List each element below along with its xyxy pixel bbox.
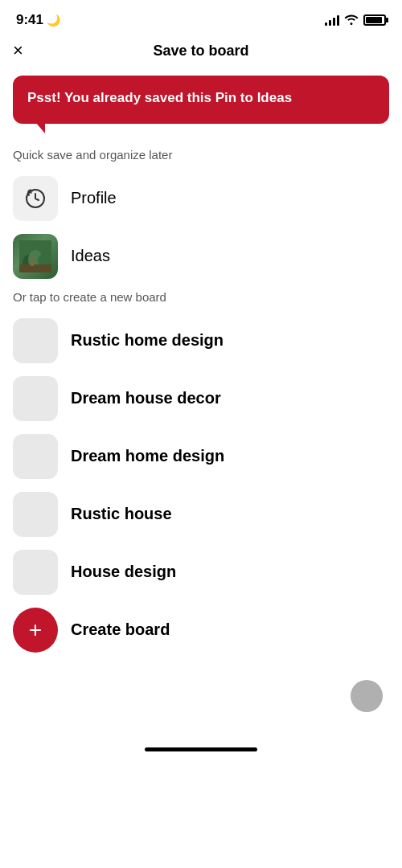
board-item-ideas[interactable]: Ideas <box>0 227 402 285</box>
board-label-4: House design <box>71 563 176 581</box>
ideas-thumb <box>13 234 58 279</box>
nav-bar: × Save to board <box>0 35 402 66</box>
scroll-indicator <box>0 667 402 725</box>
page-title: Save to board <box>153 43 248 59</box>
board-list-item-2[interactable]: Dream home design <box>0 428 402 485</box>
board-item-profile[interactable]: Profile <box>0 170 402 227</box>
board-list-item-1[interactable]: Dream house decor <box>0 370 402 428</box>
ideas-thumb-bg <box>13 234 58 279</box>
quick-save-label: Quick save and organize later <box>0 133 402 170</box>
board-thumb-1 <box>13 376 58 421</box>
banner-text: Psst! You already saved this Pin to Idea… <box>27 90 292 105</box>
create-board-item[interactable]: + Create board <box>0 601 402 659</box>
status-bar: 9:41 🌙 <box>0 0 402 35</box>
scroll-dot <box>351 680 383 712</box>
home-bar <box>145 747 257 751</box>
battery-icon <box>363 14 386 26</box>
home-indicator <box>0 741 402 764</box>
signal-bars-icon <box>325 14 339 26</box>
or-tap-label: Or tap to create a new board <box>0 285 402 312</box>
board-list-item-3[interactable]: Rustic house <box>0 485 402 543</box>
svg-rect-6 <box>31 258 34 266</box>
board-label-3: Rustic house <box>71 505 172 523</box>
profile-thumb <box>13 176 58 221</box>
moon-icon: 🌙 <box>47 14 60 27</box>
board-thumb-3 <box>13 492 58 537</box>
board-list-item-4[interactable]: House design <box>0 543 402 601</box>
board-label-2: Dream home design <box>71 447 224 465</box>
create-board-label: Create board <box>71 620 170 639</box>
wifi-icon <box>344 14 359 27</box>
board-thumb-0 <box>13 318 58 363</box>
create-board-plus-button[interactable]: + <box>13 608 58 653</box>
svg-rect-5 <box>19 264 51 272</box>
board-list-item-0[interactable]: Rustic home design <box>0 312 402 370</box>
board-label-1: Dream house decor <box>71 389 221 407</box>
profile-label: Profile <box>71 189 117 207</box>
history-icon <box>24 187 47 210</box>
banner-tail <box>35 122 45 133</box>
board-label-0: Rustic home design <box>71 331 224 350</box>
board-thumb-2 <box>13 434 58 479</box>
ideas-label: Ideas <box>71 247 110 265</box>
already-saved-banner: Psst! You already saved this Pin to Idea… <box>13 76 389 124</box>
plus-icon: + <box>29 619 42 641</box>
status-icons <box>325 14 386 27</box>
close-button[interactable]: × <box>13 42 23 59</box>
board-thumb-4 <box>13 550 58 595</box>
status-time: 9:41 <box>16 12 43 28</box>
ideas-thumb-image <box>19 240 51 272</box>
